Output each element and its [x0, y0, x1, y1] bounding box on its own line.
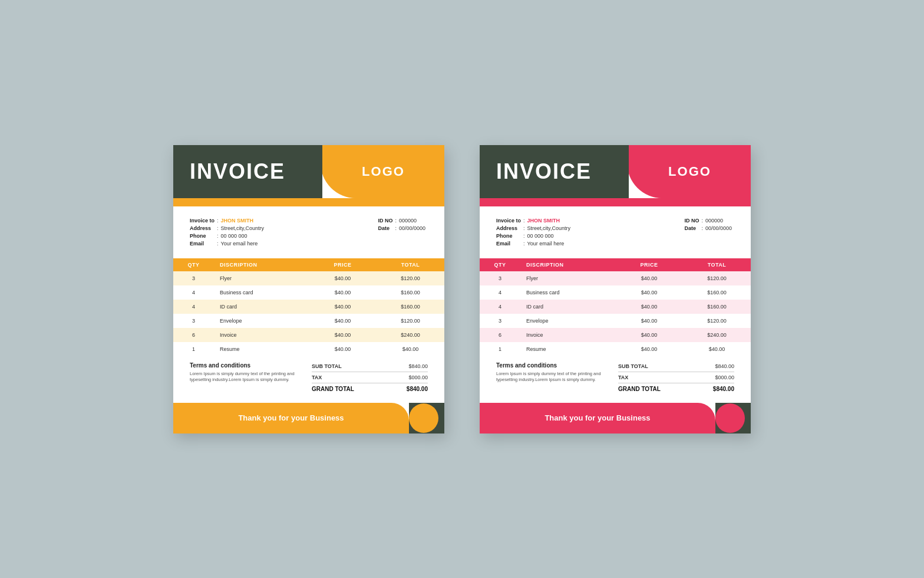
invoice-meta: ID NO : 000000 Date : 00/00/0000 [378, 217, 428, 232]
row-price: $40.00 [309, 271, 377, 285]
row-total: $160.00 [377, 285, 444, 300]
table-header-discription: DISCRIPTION [520, 258, 615, 271]
table-row: 3 Envelope $40.00 $120.00 [173, 314, 444, 328]
table-header-total: TOTAL [683, 258, 751, 271]
phone-value: 00 000 000 [221, 232, 266, 240]
invoice-meta: ID NO : 000000 Date : 00/00/0000 [684, 217, 734, 232]
row-desc: ID card [214, 300, 309, 314]
row-qty: 4 [480, 300, 520, 314]
date-label: Date [684, 225, 701, 232]
thank-you-text: Thank you for your Business [238, 413, 344, 422]
subtotal-value: $840.00 [715, 363, 734, 369]
table-row: 3 Envelope $40.00 $120.00 [480, 314, 751, 328]
row-total: $120.00 [683, 271, 751, 285]
row-qty: 6 [480, 328, 520, 342]
grand-total-label: GRAND TOTAL [312, 386, 354, 392]
row-total: $120.00 [683, 314, 751, 328]
id-no-value: 000000 [399, 217, 428, 225]
totals-col: SUB TOTAL $840.00 TAX $000.00 GRAND TOTA… [618, 362, 734, 393]
footer-circle [409, 403, 438, 433]
invoice-card-orange: INVOICE LOGO Invoice to : JHON SMITH Add… [173, 145, 444, 434]
row-qty: 6 [173, 328, 214, 342]
accent-bar [480, 198, 751, 206]
subtotal-row: SUB TOTAL $840.00 [618, 362, 734, 370]
logo-text: LOGO [668, 164, 711, 179]
row-desc: Invoice [214, 328, 309, 342]
subtotal-row: SUB TOTAL $840.00 [312, 362, 428, 370]
row-qty: 4 [173, 300, 214, 314]
header-right: LOGO [322, 145, 444, 198]
grand-total-row: GRAND TOTAL $840.00 [618, 385, 734, 393]
subtotal-label: SUB TOTAL [312, 363, 342, 369]
bottom-section: Terms and conditions Lorem Ipsum is simp… [480, 356, 751, 397]
invoice-table: QTYDISCRIPTIONPRICETOTAL 3 Flyer $40.00 … [480, 258, 751, 356]
tax-label: TAX [618, 375, 628, 380]
row-qty: 4 [480, 285, 520, 300]
table-row: 3 Flyer $40.00 $120.00 [480, 271, 751, 285]
phone-value: 00 000 000 [527, 232, 573, 240]
row-price: $40.00 [309, 342, 377, 356]
row-total: $120.00 [377, 314, 444, 328]
terms-body: Lorem Ipsum is simply dummy text of the … [496, 371, 612, 383]
row-desc: Flyer [520, 271, 615, 285]
client-info: Invoice to : JHON SMITH Address : Street… [496, 217, 573, 248]
row-price: $40.00 [615, 342, 683, 356]
tax-label: TAX [312, 375, 322, 380]
table-row: 3 Flyer $40.00 $120.00 [173, 271, 444, 285]
id-no-label: ID NO [684, 217, 701, 225]
row-qty: 3 [173, 271, 214, 285]
info-section: Invoice to : JHON SMITH Address : Street… [173, 206, 444, 252]
terms-col: Terms and conditions Lorem Ipsum is simp… [496, 362, 612, 393]
row-price: $40.00 [309, 314, 377, 328]
row-price: $40.00 [309, 285, 377, 300]
header-right: LOGO [629, 145, 751, 198]
row-price: $40.00 [615, 285, 683, 300]
subtotal-label: SUB TOTAL [618, 363, 648, 369]
table-header-qty: QTY [173, 258, 214, 271]
table-row: 4 ID card $40.00 $160.00 [480, 300, 751, 314]
row-desc: Envelope [214, 314, 309, 328]
header-left: INVOICE [173, 145, 322, 198]
table-row: 4 ID card $40.00 $160.00 [173, 300, 444, 314]
date-value: 00/00/0000 [705, 225, 734, 232]
client-name: JHON SMITH [527, 217, 573, 225]
row-total: $240.00 [683, 328, 751, 342]
phone-label: Phone [190, 232, 217, 240]
row-qty: 1 [480, 342, 520, 356]
terms-title: Terms and conditions [190, 362, 306, 369]
table-row: 6 Invoice $40.00 $240.00 [480, 328, 751, 342]
table-header-total: TOTAL [377, 258, 444, 271]
table-row: 1 Resume $40.00 $40.00 [173, 342, 444, 356]
row-total: $160.00 [683, 300, 751, 314]
terms-body: Lorem Ipsum is simply dummy text of the … [190, 371, 306, 383]
row-desc: Envelope [520, 314, 615, 328]
phone-label: Phone [496, 232, 523, 240]
table-header-discription: DISCRIPTION [214, 258, 309, 271]
email-value: Your email here [527, 240, 573, 248]
logo-text: LOGO [362, 164, 405, 179]
email-label: Email [190, 240, 217, 248]
row-desc: Invoice [520, 328, 615, 342]
grand-total-row: GRAND TOTAL $840.00 [312, 385, 428, 393]
invoice-title: INVOICE [190, 159, 285, 184]
row-qty: 1 [173, 342, 214, 356]
row-total: $160.00 [377, 300, 444, 314]
client-name: JHON SMITH [221, 217, 266, 225]
row-desc: Business card [520, 285, 615, 300]
thank-you-text: Thank you for your Business [544, 413, 650, 422]
tax-value: $000.00 [408, 375, 428, 380]
client-info: Invoice to : JHON SMITH Address : Street… [190, 217, 266, 248]
invoice-to-label: Invoice to [496, 217, 523, 225]
invoice-footer: Thank you for your Business [480, 403, 751, 434]
row-price: $40.00 [615, 314, 683, 328]
row-price: $40.00 [309, 300, 377, 314]
footer-circle [715, 403, 745, 433]
row-price: $40.00 [615, 300, 683, 314]
address-value: Street,city,Country [221, 225, 266, 232]
invoice-header: INVOICE LOGO [173, 145, 444, 198]
table-header-price: PRICE [615, 258, 683, 271]
bottom-section: Terms and conditions Lorem Ipsum is simp… [173, 356, 444, 397]
row-desc: ID card [520, 300, 615, 314]
row-qty: 3 [480, 314, 520, 328]
totals-col: SUB TOTAL $840.00 TAX $000.00 GRAND TOTA… [312, 362, 428, 393]
